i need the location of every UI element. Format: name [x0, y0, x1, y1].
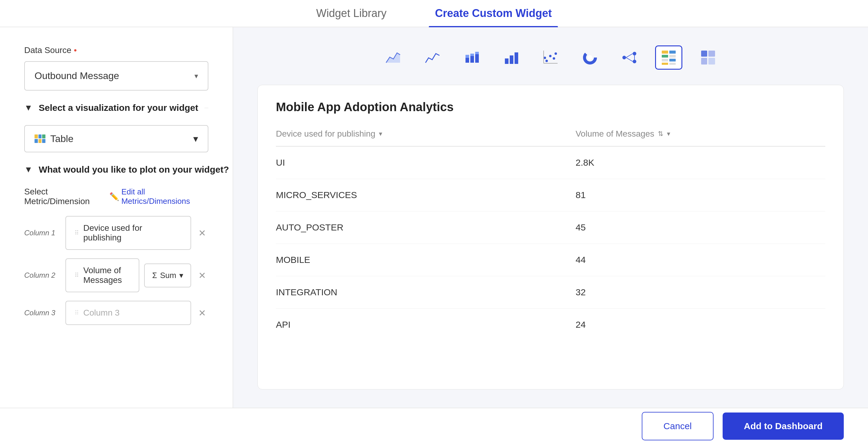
svg-point-10: [546, 60, 548, 62]
table-chart-button[interactable]: [655, 45, 682, 70]
svg-rect-9: [515, 53, 518, 64]
column-1-label: Column 1: [24, 229, 61, 237]
svg-point-13: [555, 53, 557, 55]
column-2-remove-button[interactable]: ✕: [196, 268, 208, 283]
svg-line-22: [626, 54, 633, 58]
line-chart-button[interactable]: [419, 45, 446, 70]
svg-rect-36: [708, 58, 715, 64]
required-indicator: •: [74, 45, 77, 55]
tab-create-custom-widget[interactable]: Create Custom Widget: [429, 0, 558, 27]
svg-point-12: [553, 57, 555, 60]
svg-rect-6: [475, 52, 479, 54]
svg-rect-26: [669, 51, 676, 54]
main-layout: Data Source • Outbound Message ▾ ▼ Selec…: [0, 27, 868, 408]
right-panel: Mobile App Adoption Analytics Device use…: [233, 27, 868, 408]
sum-dropdown[interactable]: Σ Sum ▾: [144, 263, 191, 287]
scatter-button[interactable]: [537, 45, 564, 70]
svg-point-20: [633, 52, 636, 56]
collapse-icon[interactable]: ▼: [24, 103, 33, 113]
column-3-input[interactable]: ⠿ Column 3: [65, 301, 191, 325]
column-1-remove-button[interactable]: ✕: [196, 225, 208, 241]
volume-cell: 81: [576, 190, 825, 200]
network-button[interactable]: [616, 45, 643, 70]
stacked-bar-button[interactable]: [458, 45, 486, 70]
svg-rect-3: [470, 56, 474, 63]
column-2-row: Column 2 ⠿ Volume of Messages Σ Sum ▾ ✕: [24, 258, 208, 292]
sigma-icon: Σ: [152, 271, 157, 280]
column-2-input[interactable]: ⠿ Volume of Messages: [65, 258, 139, 292]
svg-rect-7: [505, 59, 508, 64]
svg-rect-34: [708, 51, 715, 57]
tab-widget-library[interactable]: Widget Library: [310, 0, 393, 27]
section2-title: What would you like to plot on your widg…: [39, 164, 229, 175]
bar-chart-button[interactable]: [498, 45, 525, 70]
chevron-down-icon: ▾: [194, 72, 198, 80]
table-row: INTEGRATION 32: [276, 276, 825, 309]
svg-point-21: [633, 60, 636, 63]
visualization-value: Table: [50, 133, 73, 145]
table-row: MICRO_SERVICES 81: [276, 179, 825, 212]
column-1-row: Column 1 ⠿ Device used for publishing ✕: [24, 216, 208, 250]
data-source-select[interactable]: Outbound Message ▾: [24, 61, 208, 91]
chevron-down-icon: ▾: [193, 133, 198, 145]
table-viz-icon: Table: [34, 133, 73, 145]
preview-table: Device used for publishing ▾ Volume of M…: [276, 129, 825, 341]
metric-header: Select Metric/Dimension ✏️ Edit all Metr…: [24, 187, 208, 206]
tab-bar: Widget Library Create Custom Widget: [0, 0, 868, 27]
device-cell: MOBILE: [276, 255, 576, 265]
column-3-row: Column 3 ⠿ Column 3 ✕: [24, 301, 208, 325]
col1-header[interactable]: Device used for publishing ▾: [276, 129, 576, 139]
chart-icons-row: [257, 45, 844, 70]
column-section: Select Metric/Dimension ✏️ Edit all Metr…: [24, 187, 208, 325]
chevron-down-icon: ▾: [179, 271, 183, 280]
column-3-label: Column 3: [24, 309, 61, 317]
column-1-input[interactable]: ⠿ Device used for publishing: [65, 216, 191, 250]
svg-rect-4: [470, 54, 474, 56]
table-header: Device used for publishing ▾ Volume of M…: [276, 129, 825, 147]
col2-header[interactable]: Volume of Messages ⇅ ▾: [576, 129, 825, 139]
svg-rect-25: [662, 51, 668, 54]
column-2-label: Column 2: [24, 271, 61, 280]
device-cell: API: [276, 319, 576, 330]
drag-handle-icon: ⠿: [74, 310, 79, 316]
table-row: AUTO_POSTER 45: [276, 212, 825, 244]
section1-title: Select a visualization for your widget: [39, 103, 198, 113]
svg-rect-32: [669, 63, 676, 65]
preview-card: Mobile App Adoption Analytics Device use…: [257, 85, 844, 389]
device-cell: UI: [276, 158, 576, 168]
svg-line-23: [626, 58, 633, 62]
edit-all-link[interactable]: ✏️ Edit all Metrics/Dimensions: [109, 187, 208, 206]
chevron-down-icon: ▾: [667, 130, 670, 138]
donut-button[interactable]: [576, 45, 603, 70]
drag-handle-icon: ⠿: [74, 272, 79, 278]
visualization-select[interactable]: Table ▾: [24, 125, 208, 152]
collapse-icon[interactable]: ▼: [24, 165, 33, 175]
device-cell: MICRO_SERVICES: [276, 190, 576, 200]
device-cell: AUTO_POSTER: [276, 222, 576, 232]
add-to-dashboard-button[interactable]: Add to Dashboard: [723, 412, 844, 440]
area-chart-button[interactable]: [379, 45, 407, 70]
metric-dimension-label: Select Metric/Dimension: [24, 187, 109, 206]
svg-rect-2: [465, 55, 469, 58]
table-row: MOBILE 44: [276, 244, 825, 276]
drag-handle-icon: ⠿: [74, 230, 79, 236]
svg-rect-35: [701, 58, 707, 64]
svg-rect-29: [662, 59, 668, 62]
visualization-section-header: ▼ Select a visualization for your widget: [24, 103, 208, 113]
svg-rect-33: [701, 51, 707, 57]
table-body: UI 2.8K MICRO_SERVICES 81 AUTO_POSTER 45…: [276, 147, 825, 341]
data-source-label: Data Source •: [24, 45, 208, 55]
column-3-remove-button[interactable]: ✕: [196, 305, 208, 321]
svg-rect-30: [669, 59, 676, 62]
cancel-button[interactable]: Cancel: [642, 412, 714, 440]
divider-line: [205, 108, 208, 108]
svg-rect-8: [510, 56, 513, 64]
svg-point-14: [544, 57, 546, 59]
pivot-button[interactable]: [694, 45, 722, 70]
sort-icon: ▾: [379, 130, 382, 138]
table-row: API 24: [276, 309, 825, 341]
svg-marker-0: [386, 53, 400, 63]
volume-cell: 24: [576, 319, 825, 330]
device-cell: INTEGRATION: [276, 287, 576, 297]
table-row: UI 2.8K: [276, 147, 825, 179]
